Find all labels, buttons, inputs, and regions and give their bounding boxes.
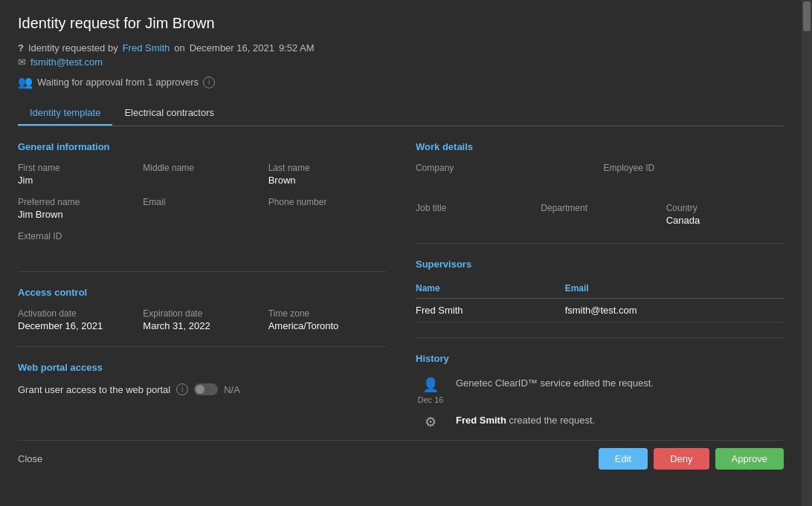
requester-email-link[interactable]: fsmith@test.com: [30, 56, 103, 68]
divider-2: [18, 346, 386, 347]
history-date-1: Dec 16: [417, 395, 444, 404]
supervisors-col-email: Email: [565, 280, 784, 299]
field-activation-date: Activation date December 16, 2021: [18, 308, 135, 331]
preferred-name-label: Preferred name: [18, 197, 135, 207]
web-portal-label: Grant user access to the web portal: [18, 384, 170, 395]
history-icon-1: 👤: [420, 374, 441, 395]
field-company: Company: [416, 163, 596, 188]
supervisors-title: Supervisors: [416, 259, 784, 270]
question-icon: ?: [18, 42, 24, 53]
left-column: General information First name Jim Middl…: [18, 141, 386, 440]
approval-row: 👥 Waiting for approval from 1 approvers …: [18, 75, 784, 89]
expiration-date-value: March 31, 2022: [143, 320, 260, 331]
close-button[interactable]: Close: [18, 453, 42, 464]
field-external-id: External ID: [18, 231, 135, 256]
field-time-zone: Time zone America/Toronto: [268, 308, 386, 331]
history-bold-name: Fred Smith: [456, 415, 506, 426]
mail-icon: ✉: [18, 56, 26, 68]
activation-date-label: Activation date: [18, 308, 135, 319]
requester-name-link[interactable]: Fred Smith: [123, 42, 170, 53]
field-job-title: Job title: [416, 203, 533, 228]
last-name-label: Last name: [268, 163, 386, 173]
divider-4: [416, 337, 784, 338]
email-value: [143, 209, 260, 222]
history-item-1: 👤 Dec 16 Genetec ClearID™ service edited…: [416, 374, 784, 404]
field-first-name: First name Jim: [18, 163, 135, 188]
work-details-title: Work details: [416, 141, 784, 152]
first-name-value: Jim: [18, 175, 135, 186]
request-time: 9:52 AM: [279, 42, 315, 53]
time-zone-label: Time zone: [268, 308, 386, 319]
web-portal-toggle[interactable]: [194, 383, 218, 395]
country-value: Canada: [666, 215, 784, 226]
field-email: Email: [143, 197, 260, 222]
preferred-name-value: Jim Brown: [18, 209, 135, 220]
page-title: Identity request for Jim Brown: [18, 15, 784, 32]
supervisor-name: Fred Smith: [416, 299, 565, 322]
history-icon-2: ⚙: [420, 412, 441, 432]
field-middle-name: Middle name: [143, 163, 260, 188]
deny-button[interactable]: Deny: [654, 448, 709, 470]
phone-label: Phone number: [268, 197, 386, 207]
supervisors-header-row: Name Email: [416, 280, 784, 299]
tab-electrical-contractors[interactable]: Electrical contractors: [112, 101, 226, 126]
middle-name-label: Middle name: [143, 163, 260, 173]
first-name-label: First name: [18, 163, 135, 173]
company-label: Company: [416, 163, 596, 173]
field-phone: Phone number: [268, 197, 386, 222]
two-col-layout: General information First name Jim Middl…: [18, 141, 784, 440]
field-last-name: Last name Brown: [268, 163, 386, 188]
external-id-value: [18, 243, 135, 256]
email-row: ✉ fsmith@test.com: [18, 56, 784, 68]
scrollbar-thumb[interactable]: [803, 1, 811, 31]
toggle-row: Grant user access to the web portal i N/…: [18, 383, 386, 395]
employee-id-value: [604, 175, 784, 188]
on-label: on: [174, 42, 184, 53]
scrollbar[interactable]: [802, 0, 812, 506]
general-info-fields: First name Jim Middle name Last name Bro…: [18, 163, 386, 256]
footer-actions: Edit Deny Approve: [599, 448, 784, 470]
field-department: Department: [541, 203, 658, 228]
tabs-row: Identity template Electrical contractors: [18, 101, 784, 126]
divider-1: [18, 271, 386, 272]
field-preferred-name: Preferred name Jim Brown: [18, 197, 135, 222]
phone-value: [268, 209, 386, 222]
job-title-label: Job title: [416, 203, 533, 213]
web-portal-info-icon[interactable]: i: [176, 383, 188, 395]
expiration-date-label: Expiration date: [143, 308, 260, 319]
supervisors-col-name: Name: [416, 280, 565, 299]
history-text-1: Genetec ClearID™ service edited the requ…: [456, 374, 654, 389]
edit-button[interactable]: Edit: [599, 448, 648, 470]
approver-icon: 👥: [18, 75, 33, 89]
department-value: [541, 215, 658, 228]
middle-name-value: [143, 175, 260, 188]
approve-button[interactable]: Approve: [715, 448, 784, 470]
country-label: Country: [666, 203, 784, 213]
external-id-label: External ID: [18, 231, 135, 241]
field-country: Country Canada: [666, 203, 784, 228]
history-text-2: Fred Smith created the request.: [456, 412, 595, 426]
last-name-value: Brown: [268, 175, 386, 186]
field-expiration-date: Expiration date March 31, 2022: [143, 308, 260, 331]
job-title-value: [416, 215, 533, 228]
access-control-title: Access control: [18, 287, 386, 298]
general-info-title: General information: [18, 141, 386, 152]
web-portal-title: Web portal access: [18, 362, 386, 373]
supervisor-email: fsmith@test.com: [565, 299, 784, 322]
company-value: [416, 175, 596, 188]
footer-bar: Close Edit Deny Approve: [18, 440, 784, 477]
meta-row: ? Identity requested by Fred Smith on De…: [18, 42, 784, 53]
work-details-fields: Company Employee ID: [416, 163, 784, 188]
toggle-knob: [196, 385, 204, 394]
supervisor-row: Fred Smith fsmith@test.com: [416, 299, 784, 322]
approval-info-icon[interactable]: i: [203, 77, 215, 88]
history-item-2: ⚙ Fred Smith created the request.: [416, 412, 784, 432]
main-container: Identity request for Jim Brown ? Identit…: [0, 0, 812, 506]
email-label: Email: [143, 197, 260, 207]
requested-by-label: Identity requested by: [28, 42, 118, 53]
tab-identity-template[interactable]: Identity template: [18, 101, 112, 126]
time-zone-value: America/Toronto: [268, 320, 386, 331]
department-label: Department: [541, 203, 658, 213]
web-portal-section: Web portal access Grant user access to t…: [18, 362, 386, 395]
access-control-fields: Activation date December 16, 2021 Expira…: [18, 308, 386, 331]
